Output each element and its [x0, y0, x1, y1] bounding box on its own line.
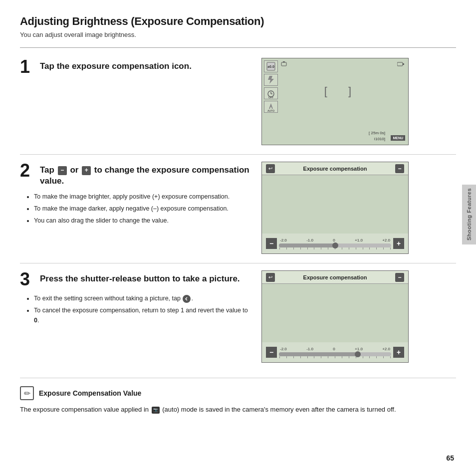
- exp-fill-2: [279, 243, 335, 247]
- page-title: Adjusting Brightness (Exposure Compensat…: [20, 15, 456, 28]
- note-body: The exposure compensation value applied …: [20, 404, 456, 415]
- exp-minus-btn-2[interactable]: −: [266, 238, 277, 249]
- svg-text:±0.0: ±0.0: [267, 65, 274, 68]
- exp-body-3: [262, 284, 408, 348]
- cam1-icon-exposure: ±0.0: [264, 60, 278, 72]
- exp-slider-area-3[interactable]: − -2.0 -1.0 0 +1.0 +2.0: [262, 342, 408, 362]
- svg-rect-9: [281, 62, 286, 66]
- svg-rect-7: [397, 62, 403, 66]
- exp-body-2: [262, 175, 408, 239]
- side-tab: Shooting Features: [462, 185, 476, 244]
- step-3-screen: ↩ Exposure compensation − − -2.0 -1.0 0 …: [261, 270, 409, 363]
- step-3-row: 3 Press the shutter-release button to ta…: [20, 270, 456, 363]
- svg-text:AUTO: AUTO: [267, 109, 274, 112]
- step-1-number: 1: [20, 58, 35, 76]
- exp-header-2: ↩ Exposure compensation −: [262, 162, 408, 175]
- bullet-2-2: To make the image darker, apply negative…: [34, 204, 249, 214]
- note-header: ✏ Exposure Compensation Value: [20, 386, 456, 400]
- top-divider: [20, 47, 456, 48]
- step-2-bullets: To make the image brighter, apply positi…: [20, 192, 249, 226]
- bullet-3-1: To exit the setting screen without takin…: [34, 293, 249, 303]
- exp-title-2: Exposure compensation: [303, 166, 367, 172]
- side-tab-label: Shooting Features: [466, 188, 472, 240]
- minus-button-icon: −: [58, 166, 67, 175]
- cam1-top-right: [397, 61, 404, 66]
- exp-minus-btn-3[interactable]: −: [266, 347, 277, 358]
- exp-header-3: ↩ Exposure compensation −: [262, 271, 408, 284]
- exp-minus-top-3: −: [395, 273, 404, 282]
- exp-slider-container-3[interactable]: -2.0 -1.0 0 +1.0 +2.0: [279, 347, 391, 358]
- cam1-menu-button[interactable]: MENU: [391, 135, 405, 141]
- bold-zero: 0: [34, 317, 37, 324]
- exp-track-2[interactable]: [279, 243, 391, 247]
- bullet-3-2: To cancel the exposure compensation, ret…: [34, 305, 249, 325]
- page-subtitle: You can adjust overall image brightness.: [20, 31, 456, 38]
- note-icon: ✏: [20, 386, 34, 400]
- cam1-sidebar: ±0.0 OFF AUTO: [264, 60, 278, 113]
- exp-plus-btn-2[interactable]: +: [393, 238, 404, 249]
- svg-rect-8: [403, 63, 404, 65]
- step-3-number: 3: [20, 270, 35, 288]
- step-2-title: Tap − or + to change the exposure compen…: [40, 162, 249, 187]
- camera-screen-1: ±0.0 OFF AUTO [ ]: [261, 58, 409, 145]
- exp-slider-container-2[interactable]: -2.0 -1.0 0 +1.0 +2.0: [279, 238, 391, 249]
- step-3-title: Press the shutter-release button to take…: [40, 270, 240, 284]
- exp-ticks-3: [279, 356, 391, 358]
- cam1-icon-auto: AUTO: [264, 101, 278, 113]
- exposure-screen-3: ↩ Exposure compensation − − -2.0 -1.0 0 …: [261, 270, 409, 363]
- exp-scale-3: -2.0 -1.0 0 +1.0 +2.0: [279, 347, 391, 351]
- step-1-row: 1 Tap the exposure compensation icon. ±0…: [20, 58, 456, 145]
- step-divider-1: [20, 154, 456, 155]
- step-2-number: 2: [20, 162, 35, 180]
- back-icon-inline: [183, 295, 191, 303]
- step-3-header: 3 Press the shutter-release button to ta…: [20, 270, 249, 288]
- step-2-header: 2 Tap − or + to change the exposure comp…: [20, 162, 249, 187]
- step-1-title: Tap the exposure compensation icon.: [40, 58, 192, 72]
- exposure-screen-2: ↩ Exposure compensation − − -2.0 -1.0 0 …: [261, 162, 409, 254]
- exp-slider-area-2[interactable]: − -2.0 -1.0 0 +1.0 +2.0: [262, 234, 408, 253]
- step-3-bullets: To exit the setting screen without takin…: [20, 293, 249, 325]
- exp-title-3: Exposure compensation: [303, 274, 367, 280]
- step-1-screen: ±0.0 OFF AUTO [ ]: [261, 58, 409, 145]
- exp-track-3[interactable]: [279, 352, 391, 356]
- cam1-viewfinder-bracket: [ ]: [324, 85, 360, 98]
- cam1-bottom-info: [ 25m 0s] I1010]: [369, 130, 385, 142]
- exp-back-btn-3[interactable]: ↩: [266, 273, 275, 282]
- cam1-icon-timer: OFF: [264, 87, 278, 99]
- step-divider-2: [20, 263, 456, 263]
- page-number: 65: [446, 454, 454, 462]
- step-1-header: 1 Tap the exposure compensation icon.: [20, 58, 249, 76]
- exp-minus-top-2: −: [395, 164, 404, 173]
- step-3-left: 3 Press the shutter-release button to ta…: [20, 270, 249, 327]
- bottom-note: ✏ Exposure Compensation Value The exposu…: [20, 378, 456, 415]
- step-2-row: 2 Tap − or + to change the exposure comp…: [20, 162, 456, 254]
- step-1-left: 1 Tap the exposure compensation icon.: [20, 58, 249, 81]
- cam1-icon-flash: [264, 74, 278, 86]
- svg-rect-10: [283, 61, 285, 62]
- svg-text:OFF: OFF: [268, 96, 273, 98]
- exp-scale-2: -2.0 -1.0 0 +1.0 +2.0: [279, 238, 391, 242]
- plus-button-icon: +: [82, 166, 91, 175]
- exp-back-btn-2[interactable]: ↩: [266, 164, 275, 173]
- exp-plus-btn-3[interactable]: +: [393, 347, 404, 358]
- exp-fill-3: [279, 352, 358, 356]
- note-title: Exposure Compensation Value: [39, 389, 141, 397]
- camera-icon-inline: 📷: [152, 407, 160, 414]
- bullet-2-3: You can also drag the slider to change t…: [34, 216, 249, 226]
- exp-thumb-2[interactable]: [332, 242, 338, 248]
- step-2-screen: ↩ Exposure compensation − − -2.0 -1.0 0 …: [261, 162, 409, 254]
- exp-thumb-3[interactable]: [355, 351, 361, 357]
- bullet-2-1: To make the image brighter, apply positi…: [34, 192, 249, 202]
- step-2-left: 2 Tap − or + to change the exposure comp…: [20, 162, 249, 228]
